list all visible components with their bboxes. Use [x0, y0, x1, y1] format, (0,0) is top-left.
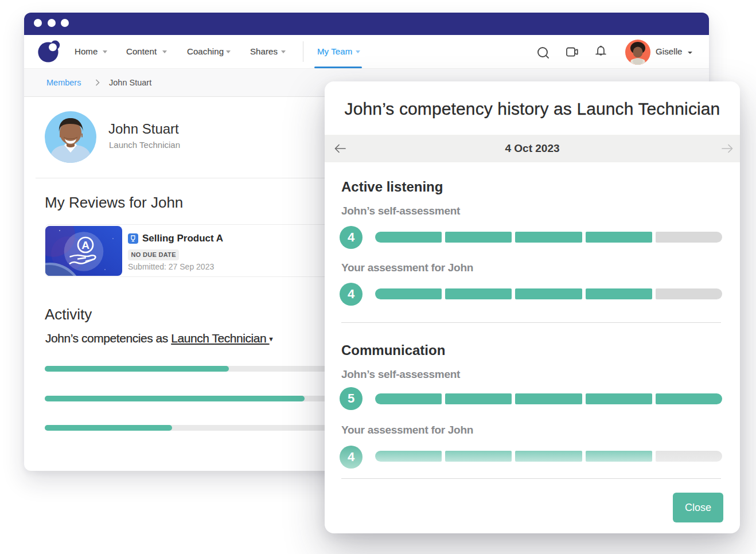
svg-text:A: A: [81, 239, 89, 251]
